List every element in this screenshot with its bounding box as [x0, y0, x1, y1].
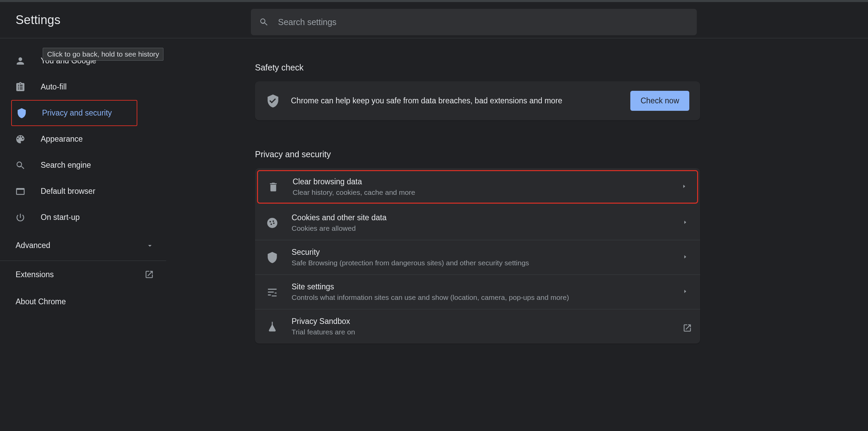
row-subtitle: Controls what information sites can use … — [292, 293, 683, 302]
sliders-icon — [266, 286, 279, 299]
chevron-down-icon — [146, 242, 154, 250]
sidebar-item-appearance[interactable]: Appearance — [0, 126, 162, 152]
sidebar-item-label: Appearance — [41, 135, 83, 144]
privacy-security-heading: Privacy and security — [255, 149, 868, 159]
row-title: Site settings — [292, 282, 683, 291]
privacy-security-card: Clear browsing data Clear history, cooki… — [255, 168, 700, 344]
sidebar-item-search-engine[interactable]: Search engine — [0, 152, 162, 178]
row-clear-browsing-data[interactable]: Clear browsing data Clear history, cooki… — [257, 170, 698, 204]
trash-icon — [267, 181, 280, 193]
row-subtitle: Cookies are allowed — [292, 224, 683, 232]
row-subtitle: Trial features are on — [292, 328, 683, 336]
row-privacy-sandbox[interactable]: Privacy Sandbox Trial features are on — [255, 309, 700, 344]
row-title: Cookies and other site data — [292, 213, 683, 222]
external-link-icon — [144, 270, 154, 279]
shield-icon — [16, 107, 28, 119]
safety-check-heading: Safety check — [255, 63, 868, 73]
sidebar-item-label: Default browser — [41, 187, 95, 196]
safety-check-card: Chrome can help keep you safe from data … — [255, 81, 700, 120]
external-link-icon — [683, 323, 689, 330]
sidebar-advanced-label: Advanced — [16, 241, 50, 250]
row-security[interactable]: Security Safe Browsing (protection from … — [255, 240, 700, 275]
sidebar-item-default-browser[interactable]: Default browser — [0, 178, 162, 204]
clipboard-icon — [14, 81, 26, 93]
row-subtitle: Clear history, cookies, cache and more — [293, 188, 682, 197]
person-icon — [14, 55, 26, 67]
row-site-settings[interactable]: Site settings Controls what information … — [255, 275, 700, 309]
sidebar-extensions-label: Extensions — [16, 270, 54, 279]
sidebar-about-label: About Chrome — [16, 297, 66, 306]
back-tooltip: Click to go back, hold to see history — [43, 48, 163, 61]
sidebar: You and Google Auto-fill Privacy and sec… — [0, 38, 166, 431]
row-title: Privacy Sandbox — [292, 317, 683, 326]
search-icon — [259, 17, 269, 27]
row-subtitle: Safe Browsing (protection from dangerous… — [292, 259, 683, 267]
search-icon — [14, 159, 26, 171]
safety-check-text: Chrome can help keep you safe from data … — [291, 96, 630, 105]
sidebar-item-privacy-security[interactable]: Privacy and security — [11, 100, 137, 126]
check-now-button[interactable]: Check now — [630, 91, 689, 111]
search-input[interactable] — [278, 17, 689, 27]
sidebar-item-label: Privacy and security — [42, 108, 112, 118]
chevron-right-icon — [683, 254, 689, 261]
sidebar-extensions-link[interactable]: Extensions — [0, 261, 166, 288]
sidebar-advanced-toggle[interactable]: Advanced — [0, 230, 166, 261]
palette-icon — [14, 133, 26, 145]
row-cookies[interactable]: Cookies and other site data Cookies are … — [255, 206, 700, 240]
power-icon — [14, 211, 26, 224]
chevron-right-icon — [682, 184, 688, 190]
shield-check-icon — [266, 94, 280, 108]
row-title: Clear browsing data — [293, 177, 682, 186]
page-title: Settings — [16, 13, 60, 27]
chevron-right-icon — [683, 289, 689, 295]
sidebar-item-on-startup[interactable]: On start-up — [0, 204, 162, 230]
content: Safety check Chrome can help keep you sa… — [166, 38, 868, 431]
sidebar-item-autofill[interactable]: Auto-fill — [0, 74, 162, 100]
chevron-right-icon — [683, 220, 689, 226]
sidebar-item-label: On start-up — [41, 213, 80, 222]
cookie-icon — [266, 217, 279, 229]
sidebar-item-label: Search engine — [41, 161, 91, 170]
shield-icon — [266, 251, 279, 264]
sidebar-item-label: Auto-fill — [41, 82, 67, 91]
sidebar-about-link[interactable]: About Chrome — [0, 288, 166, 315]
browser-icon — [14, 185, 26, 198]
search-container — [251, 9, 697, 35]
flask-icon — [266, 320, 279, 333]
row-title: Security — [292, 248, 683, 257]
